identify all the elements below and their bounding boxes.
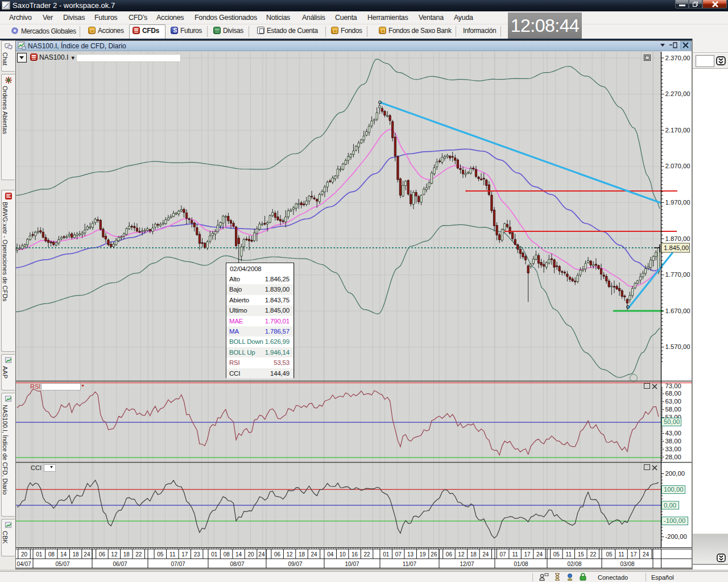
svg-text:06: 06	[99, 551, 106, 558]
svg-text:24: 24	[84, 551, 90, 558]
svg-text:2.170,00: 2.170,00	[665, 127, 690, 134]
svg-text:58,00: 58,00	[665, 406, 681, 413]
svg-text:09/07: 09/07	[288, 561, 302, 567]
svg-text:1.845,00: 1.845,00	[664, 244, 689, 251]
svg-text:22: 22	[590, 551, 597, 558]
svg-text:01: 01	[383, 551, 390, 558]
svg-text:08: 08	[48, 551, 55, 558]
svg-text:200,00: 200,00	[665, 470, 685, 477]
svg-text:38,00: 38,00	[665, 438, 681, 444]
svg-text:17: 17	[181, 551, 188, 558]
svg-text:68,00: 68,00	[665, 390, 681, 397]
svg-text:15: 15	[578, 551, 585, 558]
svg-text:18: 18	[73, 551, 80, 558]
svg-text:24: 24	[311, 551, 317, 558]
svg-text:14: 14	[235, 551, 242, 558]
svg-text:24: 24	[258, 551, 265, 558]
svg-text:11/07: 11/07	[403, 561, 417, 567]
svg-text:12: 12	[458, 551, 465, 558]
svg-text:23: 23	[194, 551, 201, 558]
svg-text:20: 20	[248, 551, 255, 558]
svg-text:10/07: 10/07	[345, 561, 359, 567]
svg-text:100,00: 100,00	[664, 486, 684, 493]
svg-text:43,00: 43,00	[665, 430, 681, 436]
svg-text:-100,00: -100,00	[664, 517, 685, 524]
svg-text:18: 18	[299, 551, 305, 558]
svg-text:11: 11	[512, 551, 518, 558]
svg-text:14: 14	[60, 551, 67, 558]
svg-text:07: 07	[395, 551, 402, 558]
svg-text:50,00: 50,00	[664, 418, 680, 425]
svg-text:04/07: 04/07	[16, 561, 31, 567]
svg-text:26: 26	[431, 551, 437, 558]
svg-text:2.370,00: 2.370,00	[665, 55, 690, 61]
svg-text:07: 07	[500, 551, 507, 558]
svg-text:2.270,00: 2.270,00	[665, 90, 690, 97]
svg-text:05: 05	[606, 551, 613, 558]
svg-text:07/07: 07/07	[171, 561, 185, 567]
svg-text:73,00: 73,00	[665, 383, 681, 389]
svg-text:11: 11	[618, 551, 624, 558]
svg-text:1.870,00: 1.870,00	[665, 235, 690, 242]
svg-text:10: 10	[340, 551, 346, 558]
svg-text:03/08: 03/08	[620, 561, 634, 567]
svg-text:1.970,00: 1.970,00	[665, 199, 690, 206]
svg-text:05: 05	[157, 551, 164, 558]
svg-text:28,00: 28,00	[665, 454, 681, 460]
svg-text:05/07: 05/07	[55, 561, 69, 567]
svg-text:22: 22	[135, 551, 142, 558]
svg-text:CCI: CCI	[31, 464, 42, 471]
svg-text:11: 11	[566, 551, 572, 558]
svg-text:12: 12	[287, 551, 293, 558]
svg-text:22: 22	[364, 551, 371, 558]
svg-text:1.770,00: 1.770,00	[665, 271, 690, 278]
svg-text:16: 16	[351, 551, 358, 558]
svg-text:02/08: 02/08	[567, 561, 581, 567]
svg-text:18: 18	[470, 551, 477, 558]
svg-text:13: 13	[407, 551, 414, 558]
svg-text:06: 06	[446, 551, 453, 558]
svg-text:24: 24	[643, 551, 650, 558]
svg-text:-200,00: -200,00	[665, 533, 687, 540]
svg-text:0,00: 0,00	[664, 502, 676, 509]
svg-text:33,00: 33,00	[665, 446, 681, 452]
svg-text:17: 17	[630, 551, 637, 558]
svg-text:01/08: 01/08	[514, 561, 528, 567]
svg-text:12/07: 12/07	[460, 561, 474, 567]
svg-text:12: 12	[111, 551, 118, 558]
svg-text:18: 18	[123, 551, 130, 558]
svg-text:17: 17	[524, 551, 531, 558]
svg-text:06: 06	[274, 551, 281, 558]
svg-text:08/07: 08/07	[230, 561, 244, 567]
svg-text:24: 24	[482, 551, 489, 558]
svg-text:1.670,00: 1.670,00	[665, 307, 690, 314]
svg-text:19: 19	[420, 551, 427, 558]
svg-text:1.570,00: 1.570,00	[665, 343, 690, 350]
svg-text:RSI: RSI	[30, 383, 40, 390]
svg-text:08: 08	[224, 551, 230, 558]
svg-text:06/07: 06/07	[113, 561, 127, 567]
svg-text:01: 01	[36, 551, 43, 558]
svg-text:05: 05	[553, 551, 560, 558]
svg-text:2.070,00: 2.070,00	[665, 163, 690, 169]
svg-text:04: 04	[327, 551, 334, 558]
svg-text:24: 24	[536, 551, 543, 558]
svg-text:63,00: 63,00	[665, 398, 681, 405]
svg-text:20: 20	[21, 551, 28, 558]
svg-text:11: 11	[169, 551, 176, 558]
svg-text:01: 01	[211, 551, 218, 558]
